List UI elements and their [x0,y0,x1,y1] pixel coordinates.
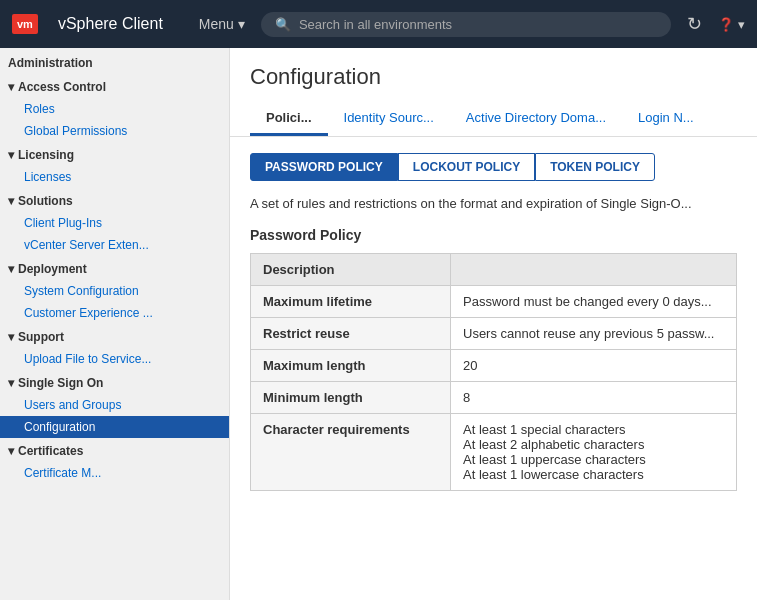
deployment-label: Deployment [18,262,87,276]
licensing-toggle[interactable]: ▾ Licensing [0,142,229,166]
table-cell-label: Restrict reuse [251,318,451,350]
main-body: PASSWORD POLICY LOCKOUT POLICY TOKEN POL… [230,137,757,600]
licensing-label: Licensing [18,148,74,162]
table-cell-label: Minimum length [251,382,451,414]
search-bar[interactable]: 🔍 Search in all environments [261,12,671,37]
toggle-arrow-icon: ▾ [8,148,14,162]
sidebar-item-upload-file[interactable]: Upload File to Service... [0,348,229,370]
toggle-arrow-icon: ▾ [8,262,14,276]
tab-policies[interactable]: Polici... [250,102,328,136]
access-control-label: Access Control [18,80,106,94]
topbar-actions: ↻ ❓ ▾ [687,13,745,35]
table-row: Maximum length20 [251,350,737,382]
certificates-label: Certificates [18,444,83,458]
page-title: Configuration [250,64,737,90]
table-row: Restrict reuseUsers cannot reuse any pre… [251,318,737,350]
app-layout: Administration ▾ Access Control Roles Gl… [0,48,757,600]
tab-identity-sources[interactable]: Identity Sourc... [328,102,450,136]
sidebar-item-customer-experience[interactable]: Customer Experience ... [0,302,229,324]
table-row: Minimum length8 [251,382,737,414]
main-header: Configuration Polici... Identity Sourc..… [230,48,757,137]
single-sign-on-toggle[interactable]: ▾ Single Sign On [0,370,229,394]
solutions-label: Solutions [18,194,73,208]
table-cell-value: Password must be changed every 0 days... [451,286,737,318]
support-toggle[interactable]: ▾ Support [0,324,229,348]
help-button[interactable]: ❓ ▾ [718,17,745,32]
sidebar-item-certificate-management[interactable]: Certificate M... [0,462,229,484]
menu-button[interactable]: Menu ▾ [199,16,245,32]
sidebar-item-roles[interactable]: Roles [0,98,229,120]
tabs-bar: Polici... Identity Sourc... Active Direc… [250,102,737,136]
tab-active-directory[interactable]: Active Directory Doma... [450,102,622,136]
table-cell-label: Character requirements [251,414,451,491]
single-sign-on-label: Single Sign On [18,376,103,390]
table-cell-label: Maximum length [251,350,451,382]
menu-chevron-icon: ▾ [238,16,245,32]
table-cell-value: At least 1 special characters At least 2… [451,414,737,491]
toggle-arrow-icon: ▾ [8,330,14,344]
table-header-value [451,254,737,286]
policy-table: Description Maximum lifetimePassword mus… [250,253,737,491]
table-cell-value: Users cannot reuse any previous 5 passw.… [451,318,737,350]
policy-description: A set of rules and restrictions on the f… [250,195,737,213]
search-placeholder: Search in all environments [299,17,452,32]
table-header-description: Description [251,254,451,286]
deployment-toggle[interactable]: ▾ Deployment [0,256,229,280]
main-content: Configuration Polici... Identity Sourc..… [230,48,757,600]
token-policy-button[interactable]: TOKEN POLICY [535,153,655,181]
solutions-toggle[interactable]: ▾ Solutions [0,188,229,212]
password-policy-button[interactable]: PASSWORD POLICY [250,153,398,181]
table-cell-value: 8 [451,382,737,414]
sidebar: Administration ▾ Access Control Roles Gl… [0,48,230,600]
sidebar-item-system-configuration[interactable]: System Configuration [0,280,229,302]
sidebar-item-configuration[interactable]: Configuration [0,416,229,438]
sidebar-item-client-plugins[interactable]: Client Plug-Ins [0,212,229,234]
password-policy-section-title: Password Policy [250,227,737,243]
lockout-policy-button[interactable]: LOCKOUT POLICY [398,153,535,181]
table-row: Maximum lifetimePassword must be changed… [251,286,737,318]
sidebar-item-global-permissions[interactable]: Global Permissions [0,120,229,142]
topbar: vm vSphere Client Menu ▾ 🔍 Search in all… [0,0,757,48]
policy-buttons-group: PASSWORD POLICY LOCKOUT POLICY TOKEN POL… [250,153,737,181]
support-label: Support [18,330,64,344]
admin-header: Administration [0,48,229,74]
toggle-arrow-icon: ▾ [8,80,14,94]
brand-name: vSphere Client [58,15,163,33]
toggle-arrow-icon: ▾ [8,194,14,208]
sidebar-item-vcenter-extensions[interactable]: vCenter Server Exten... [0,234,229,256]
access-control-toggle[interactable]: ▾ Access Control [0,74,229,98]
toggle-arrow-icon: ▾ [8,376,14,390]
certificates-toggle[interactable]: ▾ Certificates [0,438,229,462]
table-row: Character requirementsAt least 1 special… [251,414,737,491]
sidebar-item-licenses[interactable]: Licenses [0,166,229,188]
tab-login[interactable]: Login N... [622,102,710,136]
table-cell-value: 20 [451,350,737,382]
vm-logo: vm [12,14,38,34]
sidebar-item-users-and-groups[interactable]: Users and Groups [0,394,229,416]
menu-label: Menu [199,16,234,32]
table-cell-label: Maximum lifetime [251,286,451,318]
refresh-icon[interactable]: ↻ [687,13,702,35]
toggle-arrow-icon: ▾ [8,444,14,458]
search-icon: 🔍 [275,17,291,32]
